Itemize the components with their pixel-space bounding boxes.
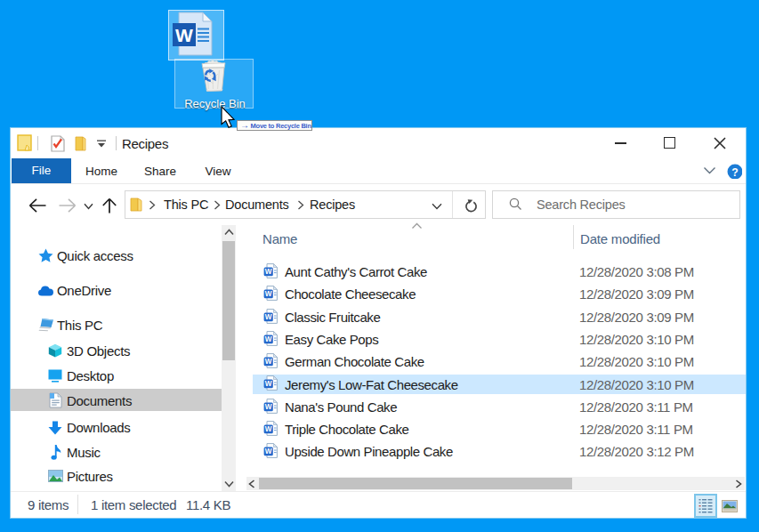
svg-text:W: W	[265, 447, 272, 455]
svg-text:W: W	[265, 358, 272, 366]
svg-text:W: W	[265, 313, 272, 321]
svg-text:W: W	[265, 290, 272, 298]
svg-text:W: W	[175, 25, 193, 45]
svg-text:W: W	[265, 268, 272, 276]
svg-text:W: W	[265, 425, 272, 433]
svg-text:W: W	[265, 335, 272, 343]
svg-text:?: ?	[731, 166, 738, 179]
svg-text:W: W	[265, 380, 272, 388]
svg-text:W: W	[265, 403, 272, 411]
